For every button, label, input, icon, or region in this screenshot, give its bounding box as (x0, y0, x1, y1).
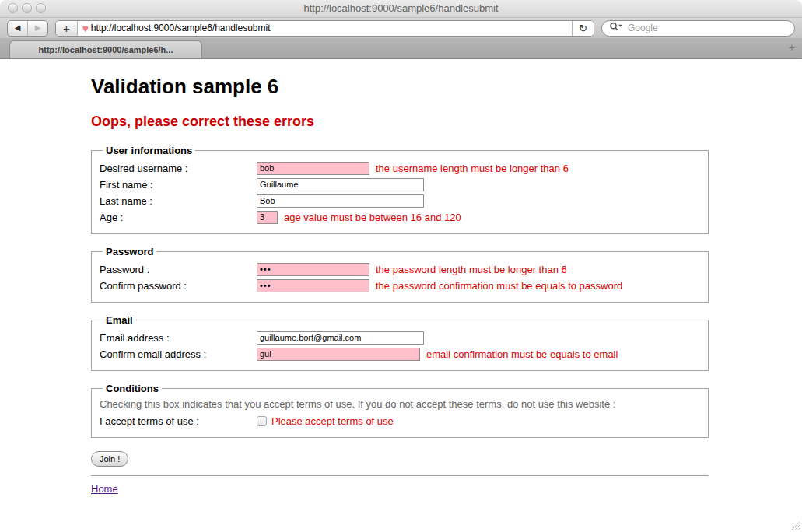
conditions-note: Checking this box indicates that you acc… (100, 398, 700, 410)
accept-terms-error: Please accept terms of use (271, 415, 394, 427)
page-title: Validation sample 6 (91, 75, 709, 99)
fieldset-conditions: Conditions Checking this box indicates t… (91, 383, 709, 438)
firstname-input[interactable] (257, 178, 424, 191)
search-icon (609, 21, 622, 35)
legend-password: Password (103, 246, 156, 257)
minimize-window-button[interactable] (22, 3, 32, 13)
lastname-label: Last name : (100, 195, 257, 207)
back-button[interactable]: ◀ (8, 21, 28, 36)
accept-terms-row: I accept terms of use : Please accept te… (100, 414, 700, 428)
accept-terms-checkbox[interactable] (257, 416, 267, 426)
email-input[interactable] (257, 331, 424, 345)
confirm-email-error: email confirmation must be equals to ema… (426, 348, 618, 360)
plus-icon: + (63, 22, 70, 35)
username-error: the username length must be longer than … (376, 163, 569, 174)
error-heading: Oops, please correct these errors (91, 114, 709, 130)
legend-user-informations: User informations (103, 145, 195, 156)
favicon-heart-icon: ♥ (82, 23, 89, 33)
browser-toolbar: ◀ ▶ + ♥ ↻ (0, 18, 802, 38)
password-row: Password : the password length must be l… (100, 262, 700, 276)
confirm-password-label: Confirm password : (100, 280, 257, 292)
confirm-password-row: Confirm password : the password confirma… (100, 278, 700, 292)
back-icon: ◀ (15, 24, 21, 32)
search-input[interactable] (626, 22, 787, 34)
email-row: Email address : (100, 331, 700, 345)
tab-title: http://localhost:9000/sample6/h... (39, 45, 173, 54)
tab-bar: http://localhost:9000/sample6/h... + (0, 38, 802, 59)
forward-button[interactable]: ▶ (28, 21, 47, 36)
age-row: Age : age value must be between 16 and 1… (100, 210, 700, 224)
fieldset-password: Password Password : the password length … (91, 246, 709, 303)
reload-button[interactable]: ↻ (572, 21, 594, 36)
age-label: Age : (100, 212, 257, 223)
username-row: Desired username : the username length m… (100, 161, 700, 175)
add-tab-button[interactable]: + (56, 21, 78, 36)
history-nav-group: ◀ ▶ (7, 20, 48, 37)
divider (91, 475, 709, 476)
window-controls (8, 3, 46, 13)
confirm-password-input[interactable] (257, 279, 369, 292)
close-window-button[interactable] (8, 3, 18, 13)
firstname-label: First name : (100, 179, 257, 191)
address-input[interactable] (91, 21, 572, 36)
fieldset-user-informations: User informations Desired username : the… (91, 145, 709, 234)
password-label: Password : (100, 264, 257, 275)
forward-icon: ▶ (35, 24, 41, 32)
accept-terms-label: I accept terms of use : (100, 415, 257, 427)
confirm-email-row: Confirm email address : email confirmati… (100, 347, 700, 361)
address-bar: + ♥ ↻ (55, 20, 594, 37)
title-bar[interactable]: http://localhost:9000/sample6/handlesubm… (0, 0, 802, 18)
resize-grip-icon[interactable] (790, 520, 800, 530)
search-field[interactable] (601, 20, 795, 37)
home-link[interactable]: Home (91, 483, 118, 495)
confirm-email-label: Confirm email address : (100, 348, 257, 360)
firstname-row: First name : (100, 177, 700, 191)
window-title: http://localhost:9000/sample6/handlesubm… (0, 0, 802, 17)
reload-icon: ↻ (579, 23, 587, 34)
password-input[interactable] (257, 263, 369, 276)
username-label: Desired username : (100, 163, 257, 174)
lastname-input[interactable] (257, 194, 424, 208)
age-error: age value must be between 16 and 120 (284, 212, 461, 223)
page-content: Validation sample 6 Oops, please correct… (0, 59, 802, 532)
lastname-row: Last name : (100, 194, 700, 208)
confirm-password-error: the password confirmation must be equals… (376, 280, 622, 292)
username-input[interactable] (257, 162, 369, 175)
join-button[interactable]: Join ! (91, 451, 128, 467)
zoom-window-button[interactable] (36, 3, 46, 13)
age-input[interactable] (257, 211, 278, 224)
tab-active[interactable]: http://localhost:9000/sample6/h... (9, 40, 202, 58)
legend-conditions: Conditions (103, 383, 162, 394)
password-error: the password length must be longer than … (376, 264, 567, 275)
email-label: Email address : (100, 332, 257, 344)
fieldset-email: Email Email address : Confirm email addr… (91, 314, 709, 371)
legend-email: Email (103, 314, 136, 326)
browser-window: http://localhost:9000/sample6/handlesubm… (0, 0, 802, 532)
confirm-email-input[interactable] (257, 348, 420, 361)
new-tab-plus-icon[interactable]: + (789, 41, 795, 54)
